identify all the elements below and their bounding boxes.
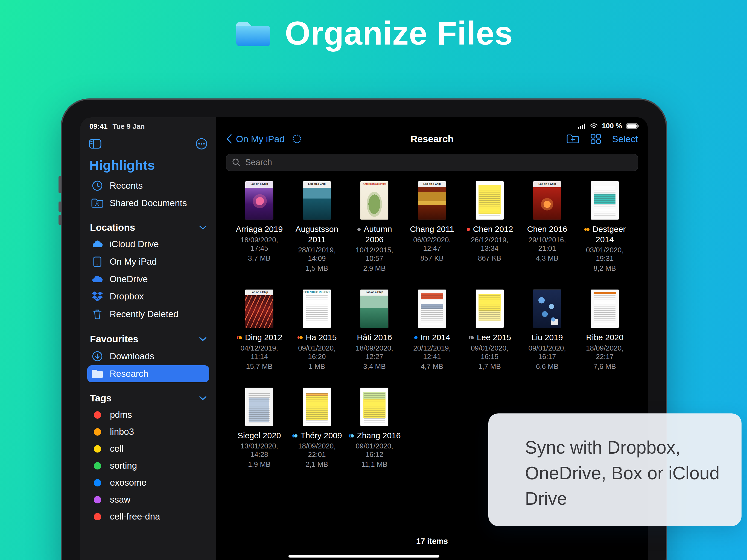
page: { "hero": { "title": "Organize Files" },… — [0, 0, 747, 560]
file-thumbnail-header: Lab on a Chip — [246, 291, 273, 294]
file-item[interactable]: Im 2014 20/12/2019, 12:41 4,7 MB — [405, 289, 459, 371]
file-item[interactable]: Théry 2009 18/09/2020, 22:01 2,1 MB — [289, 388, 344, 469]
sidebar-item-tag[interactable]: exosome — [87, 474, 209, 491]
sidebar-item-onedrive[interactable]: OneDrive — [87, 271, 209, 288]
tag-color-dot — [94, 479, 101, 486]
file-size: 15,7 MB — [246, 362, 273, 371]
sidebar-item-label: iCloud Drive — [110, 239, 159, 249]
sidebar-toolbar — [89, 138, 208, 150]
sidebar-item-shared-documents[interactable]: Shared Documents — [87, 195, 209, 212]
file-item[interactable]: Chen 2012 26/12/2019, 13:34 867 KB — [462, 181, 517, 273]
file-item[interactable]: Siegel 2020 13/01/2020, 14:28 1,9 MB — [232, 388, 287, 469]
tag-dot — [466, 227, 470, 232]
back-button[interactable]: On My iPad — [226, 134, 285, 144]
file-item[interactable]: Lab on a Chip Chen 2016 29/10/2016, 21:0… — [520, 181, 574, 273]
ipad-volume-up-button — [58, 202, 61, 212]
chevron-down-icon — [199, 337, 206, 341]
file-item[interactable]: Liu 2019 09/01/2020, 16:17 6,6 MB — [520, 289, 574, 371]
file-name-text: Håti 2016 — [357, 333, 392, 342]
file-item[interactable]: Ribe 2020 18/09/2020, 22:17 7,6 MB — [577, 289, 632, 371]
file-tag-dots — [414, 333, 418, 342]
file-thumbnail-header: SCIENTIFIC REPORTS — [304, 291, 330, 294]
sidebar-item-tag[interactable]: sorting — [87, 457, 209, 474]
grid-view-icon[interactable] — [590, 133, 601, 144]
file-item[interactable]: Lab on a Chip Håti 2016 18/09/2020, 12:2… — [347, 289, 402, 371]
section-locations[interactable]: Locations — [90, 222, 206, 233]
select-button[interactable]: Select — [612, 134, 638, 144]
icloud-icon — [91, 240, 104, 249]
file-item[interactable]: Lab on a Chip Chang 2011 06/02/2020, 12:… — [405, 181, 459, 273]
file-item[interactable]: Lee 2015 09/01/2020, 16:15 1,7 MB — [462, 289, 517, 371]
sidebar-item-research[interactable]: Research — [87, 365, 209, 382]
file-item[interactable]: American Scientist Autumn 2006 10/12/201… — [347, 181, 402, 273]
file-name: Théry 2009 — [292, 430, 342, 441]
sidebar-item-tag[interactable]: linbo3 — [87, 423, 209, 440]
file-item[interactable]: Zhang 2016 09/01/2020, 16:12 11,1 MB — [347, 388, 402, 469]
tag-list: pdms linbo3 cell sorting exosome ssaw ce… — [87, 406, 209, 525]
file-date: 10/12/2015, 10:57 — [347, 246, 402, 263]
file-name-text: Siegel 2020 — [238, 431, 281, 440]
file-thumbnail-header: American Scientist — [361, 182, 388, 185]
sync-status-icon[interactable] — [292, 134, 302, 144]
section-title: Locations — [90, 222, 135, 233]
file-item[interactable]: Lab on a Chip Ding 2012 04/12/2019, 11:1… — [232, 289, 287, 371]
trash-icon — [91, 308, 104, 320]
file-name: Arriaga 2019 — [236, 224, 283, 234]
home-indicator[interactable] — [288, 555, 439, 558]
search-icon — [232, 158, 241, 167]
sidebar-item-icloud-drive[interactable]: iCloud Drive — [87, 236, 209, 253]
more-options-icon[interactable] — [196, 138, 208, 150]
status-date: Tue 9 Jan — [113, 122, 145, 131]
file-item[interactable]: Lab on a Chip Arriaga 2019 18/09/2020, 1… — [232, 181, 287, 273]
new-folder-icon[interactable] — [566, 134, 579, 144]
file-date: 04/12/2019, 11:14 — [232, 344, 287, 361]
file-thumbnail — [533, 289, 561, 328]
search-input[interactable] — [245, 157, 632, 167]
file-tag-dots — [348, 431, 354, 440]
file-date: 29/10/2016, 21:01 — [520, 236, 574, 253]
sidebar-item-label: linbo3 — [110, 427, 134, 437]
file-date: 20/12/2019, 12:41 — [405, 344, 459, 361]
file-date: 09/01/2020, 16:17 — [520, 344, 574, 361]
file-thumbnail: Lab on a Chip — [533, 181, 561, 220]
file-tag-dots — [468, 333, 474, 342]
file-name: Ribe 2020 — [586, 332, 623, 342]
sidebar-item-on-my-ipad[interactable]: On My iPad — [87, 253, 209, 271]
file-item[interactable]: Destgeer 2014 03/01/2020, 19:31 8,2 MB — [577, 181, 632, 273]
file-name-text: Lee 2015 — [477, 333, 511, 342]
file-date: 09/01/2020, 16:12 — [347, 442, 402, 459]
file-thumbnail: Lab on a Chip — [418, 181, 446, 220]
file-date: 06/02/2020, 12:47 — [405, 236, 459, 253]
sidebar-item-tag[interactable]: cell — [87, 440, 209, 457]
file-thumbnail-header: Lab on a Chip — [304, 182, 330, 185]
sidebar-item-tag[interactable]: pdms — [87, 406, 209, 423]
section-tags[interactable]: Tags — [90, 393, 206, 404]
file-date: 28/01/2019, 14:09 — [289, 246, 344, 263]
sidebar-toggle-icon[interactable] — [89, 138, 101, 149]
file-thumbnail-header: Lab on a Chip — [246, 182, 273, 185]
sidebar-item-dropbox[interactable]: Dropbox — [87, 288, 209, 305]
sidebar-item-tag[interactable]: cell-free-dna — [87, 508, 209, 525]
folder-tab — [236, 22, 252, 27]
sidebar-item-label: Recents — [110, 180, 143, 191]
sidebar-item-tag[interactable]: ssaw — [87, 491, 209, 508]
sidebar-item-recents[interactable]: Recents — [87, 177, 209, 195]
sidebar-item-label: Shared Documents — [110, 198, 187, 208]
file-name: Augustsson 2011 — [290, 224, 344, 245]
section-title: Tags — [90, 393, 111, 404]
section-favourites[interactable]: Favourites — [90, 334, 206, 345]
sidebar-item-downloads[interactable]: Downloads — [87, 347, 209, 365]
file-date: 18/09/2020, 12:27 — [347, 344, 402, 361]
file-name-text: Augustsson 2011 — [295, 225, 338, 244]
sidebar-item-label: On My iPad — [110, 256, 157, 267]
items-count: 17 items — [216, 537, 648, 546]
tag-dot — [294, 434, 298, 438]
file-size: 1,5 MB — [306, 264, 328, 273]
file-item[interactable]: SCIENTIFIC REPORTS Ha 2015 09/01/2020, 1… — [289, 289, 344, 371]
file-item[interactable]: Lab on a Chip Augustsson 2011 28/01/2019… — [289, 181, 344, 273]
file-name-text: Théry 2009 — [301, 431, 342, 440]
tag-dot — [586, 227, 590, 232]
file-date: 09/01/2020, 16:15 — [462, 344, 517, 361]
sidebar-item-recently-deleted[interactable]: Recently Deleted — [87, 305, 209, 323]
search-field[interactable] — [226, 154, 638, 171]
